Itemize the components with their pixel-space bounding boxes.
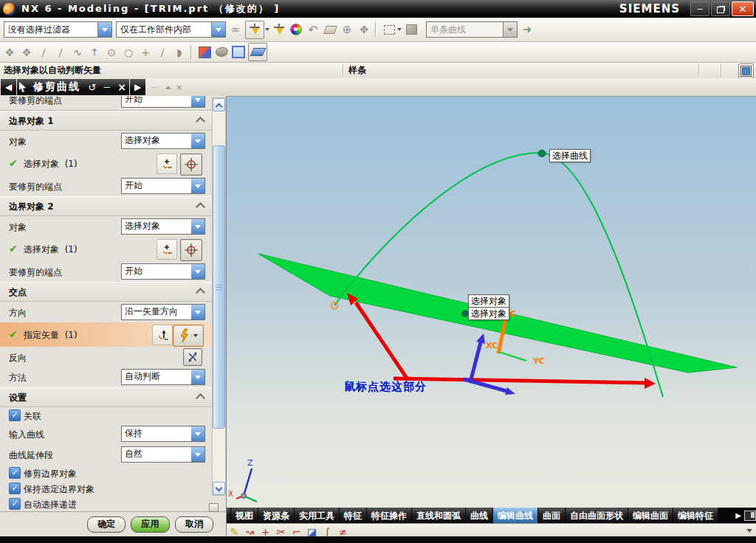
apply-button[interactable]: 应用 (131, 516, 170, 533)
object-dropdown-b2[interactable]: 选择对象 (121, 218, 205, 235)
scope-filter-dropdown-icon[interactable] (211, 22, 225, 37)
tabstrip-overflow-icon[interactable]: ⋯ (151, 83, 159, 92)
reverse-direction-button[interactable] (183, 348, 202, 366)
rotate-view-icon[interactable]: ⊕ (340, 22, 354, 37)
dialog-back-button[interactable]: ◀ (1, 79, 16, 95)
tab-edit-feature[interactable]: 编辑特征 (673, 508, 718, 523)
add-to-list-button-b2[interactable] (157, 239, 177, 260)
dock-panel-icon[interactable] (744, 511, 756, 521)
undo-icon[interactable]: ↶ (306, 22, 320, 37)
collapse-settings-icon[interactable] (193, 390, 207, 403)
tabstrip-close-icon[interactable]: × (176, 83, 182, 92)
specify-vector-row[interactable]: ✔ 指定矢量 (1) (0, 322, 226, 347)
scrollbar-thumb[interactable] (213, 145, 225, 429)
facet-body-icon[interactable] (214, 45, 229, 60)
marquee-select-icon[interactable] (382, 22, 396, 37)
shaded-display-icon[interactable] (197, 45, 212, 60)
endpoint-dropdown-b2[interactable]: 开始 (121, 263, 205, 280)
erase-display-icon[interactable] (323, 22, 337, 37)
dialog-scrollbar[interactable] (212, 97, 226, 496)
direction-value: 沿一矢量方向 (122, 305, 191, 319)
point-dialog-button-b2[interactable] (180, 239, 202, 261)
curve-rule-combo: 单条曲线 (426, 21, 518, 38)
object-display-palette-icon[interactable] (289, 22, 303, 37)
triad-z-label: Z (247, 458, 253, 468)
tab-surface[interactable]: 曲面 (538, 508, 565, 523)
wireframe-display-icon[interactable] (231, 45, 246, 60)
method-dropdown[interactable]: 自动判断 (121, 369, 205, 385)
plus-list-icon (161, 158, 173, 170)
toolbar-options-dropdown-icon[interactable] (746, 529, 752, 533)
sheet-display-icon[interactable] (248, 43, 267, 61)
scope-filter-combo[interactable]: 仅在工作部件内部 (116, 21, 226, 38)
vector-type-dropdown-icon[interactable] (191, 334, 199, 337)
auto-select-checkbox[interactable]: ✓ (9, 498, 21, 510)
graphics-viewport[interactable]: XC YC ZC Z X 选择曲线 选择对象 选择对象 鼠标点选这部分 (227, 96, 756, 508)
tabstrip-collapse-icon[interactable] (165, 86, 171, 89)
trim-boundary-checkbox[interactable]: ✓ (9, 467, 21, 479)
input-curve-dropdown[interactable]: 保持 (121, 426, 205, 442)
add-to-list-button-b1[interactable] (157, 153, 177, 174)
tab-edit-curve[interactable]: 编辑曲线 (493, 508, 537, 523)
collapse-boundary1-icon[interactable] (193, 114, 207, 126)
fit-view-button[interactable] (738, 63, 754, 79)
inferred-vector-button[interactable] (173, 325, 204, 347)
tab-view[interactable]: 视图 (231, 508, 258, 523)
snap-point-icon[interactable] (245, 21, 264, 39)
associative-checkbox[interactable]: ✓ (9, 409, 21, 421)
snap-point-alt-icon[interactable] (272, 22, 286, 37)
section-header-boundary1[interactable]: 边界对象 1 (0, 111, 226, 131)
endpoint-dropdown-icon-b1 (191, 179, 205, 193)
solid-body-filter-icon[interactable] (404, 22, 419, 37)
snap-point-plus-icon: + (138, 45, 153, 60)
type-filter-combo[interactable]: 没有选择过滤器 (4, 21, 112, 38)
keep-boundary-row: ✓ 保持选定边界对象 (0, 480, 226, 496)
dialog-rail: ◀ 修剪曲线 ↺ ─ × ▶ ⋯ × (0, 78, 756, 97)
cancel-button[interactable]: 取消 (175, 516, 213, 533)
selection-toolbar: 没有选择过滤器 仅在工作部件内部 ∞ ↶ ⊕ ✥ 单条曲线 ➜ (0, 18, 756, 42)
type-filter-dropdown-icon[interactable] (97, 22, 111, 37)
tab-clipped[interactable] (227, 508, 230, 523)
select-object-row-b2[interactable]: ✔ 选择对象 (1) (0, 237, 226, 261)
endpoint-dropdown-b1[interactable]: 开始 (121, 178, 205, 194)
section-header-intersection[interactable]: 交点 (0, 282, 226, 302)
tab-line-arc[interactable]: 直线和圆弧 (412, 508, 465, 523)
extension-dropdown[interactable]: 自然 (121, 446, 205, 463)
tab-utilities[interactable]: 实用工具 (295, 508, 339, 523)
dialog-minimize-icon[interactable]: ─ (100, 82, 114, 93)
pan-view-icon[interactable]: ✥ (357, 22, 371, 37)
collapse-intersection-icon[interactable] (193, 285, 207, 297)
link-icon[interactable]: ∞ (228, 22, 243, 37)
tab-edit-surface[interactable]: 编辑曲面 (628, 508, 673, 523)
dialog-resize-grip-icon[interactable] (209, 503, 219, 512)
tab-resource-bar[interactable]: 资源条 (258, 508, 294, 523)
vector-dialog-button[interactable] (152, 325, 173, 345)
scroll-down-button[interactable] (213, 482, 225, 495)
dialog-forward-button[interactable]: ▶ (130, 79, 145, 95)
dialog-close-icon[interactable]: × (114, 81, 129, 93)
ok-button[interactable]: 确定 (87, 516, 126, 533)
collapse-boundary2-icon[interactable] (193, 199, 207, 212)
restore-button[interactable] (711, 1, 730, 16)
direction-dropdown[interactable]: 沿一矢量方向 (121, 304, 205, 320)
section-header-settings[interactable]: 设置 (0, 387, 226, 407)
tab-freeform-shape[interactable]: 自由曲面形状 (566, 508, 628, 523)
green-spline-curve[interactable] (334, 153, 663, 397)
section-header-boundary2[interactable]: 边界对象 2 (0, 196, 226, 216)
marquee-dropdown-icon[interactable] (397, 28, 402, 31)
tab-feature[interactable]: 特征 (340, 508, 366, 523)
tab-curve[interactable]: 曲线 (466, 508, 492, 523)
wcs-yc-axis[interactable] (499, 352, 526, 361)
minimize-button[interactable]: ─ (690, 1, 709, 16)
tabs-overflow-arrow-icon[interactable]: ▶ (733, 508, 743, 523)
close-button[interactable]: ✕ (732, 1, 754, 16)
snap-point-dropdown-icon[interactable] (265, 28, 269, 31)
keep-boundary-checkbox[interactable]: ✓ (9, 483, 21, 494)
point-dialog-button-b1[interactable] (180, 153, 202, 176)
object-dropdown-b1[interactable]: 选择对象 (121, 133, 205, 149)
tab-feature-operation[interactable]: 特征操作 (367, 508, 411, 523)
scroll-up-button[interactable] (213, 98, 225, 111)
select-object-row-b1[interactable]: ✔ 选择对象 (1) (0, 151, 226, 176)
dialog-reset-icon[interactable]: ↺ (85, 82, 100, 93)
clipped-endpoint-dropdown[interactable]: 开始 (121, 96, 205, 108)
